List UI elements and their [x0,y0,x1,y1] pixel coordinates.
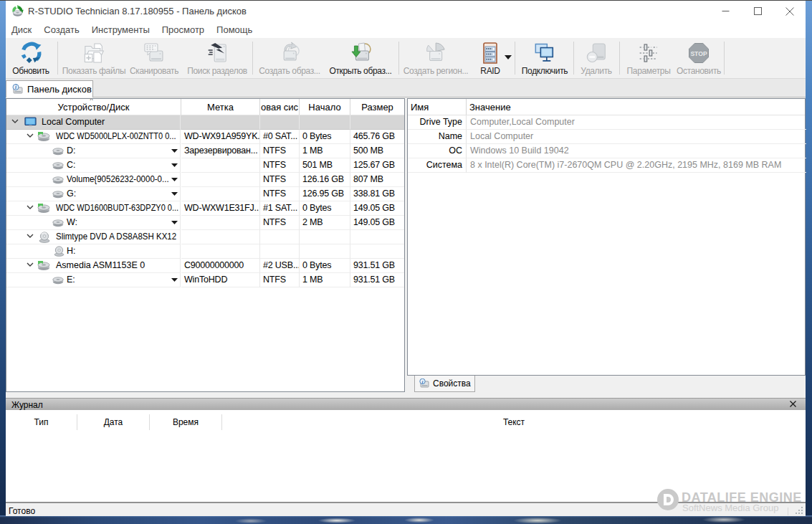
dropdown-arrow-icon[interactable] [171,192,178,196]
property-row[interactable]: Система 8 x Intel(R) Core(TM) i7-2670QM … [408,158,805,173]
column-header-size[interactable]: Размер [350,99,404,115]
maximize-button[interactable] [747,1,768,22]
tab-label: Панель дисков [27,84,92,95]
tab-properties[interactable]: i Свойства [414,376,475,392]
hard-disk-icon [37,203,50,214]
chevron-down-icon[interactable] [11,119,19,123]
stop-icon: STOP [687,42,710,65]
dropdown-arrow-icon[interactable] [171,278,178,282]
chevron-down-icon[interactable] [27,234,34,238]
toolbar-label: Показать файлы [62,66,125,76]
device-table-header: ^ Устройство/Диск Метка овая сис Начало … [6,99,404,115]
column-header-filesystem[interactable]: овая сис [260,99,300,115]
table-row-usb-disk[interactable]: Asmedia ASM1153E 0 C90000000000 #2 USB..… [6,259,404,273]
table-row-partition-c[interactable]: C: NTFS 501 MB 125.67 GB [6,158,404,173]
create-region-icon [424,42,447,65]
table-row-dvd-h[interactable]: H: [6,244,404,259]
partition-icon [52,219,64,227]
tab-drive-panel[interactable]: i Панель дисков [6,80,93,97]
column-header-value[interactable]: Значение [467,99,805,115]
open-image-button[interactable]: Открыть образ... [329,42,391,77]
toolbar-separator [398,42,399,75]
svg-text:STOP: STOP [690,50,707,57]
toolbar-separator [515,42,515,75]
menu-view[interactable]: Просмотр [162,23,204,37]
sort-ascending-icon: ^ [90,99,93,104]
log-close-icon[interactable] [789,400,798,409]
toolbar-separator [573,42,574,75]
partition-icon [52,147,64,156]
create-region-button[interactable]: Создать регион... [403,42,469,77]
dropdown-arrow-icon[interactable] [171,163,178,167]
property-row[interactable]: ОС Windows 10 Build 19042 [408,144,805,158]
raid-icon [479,42,502,65]
menu-create[interactable]: Создать [44,23,79,37]
menu-tools[interactable]: Инструменты [92,23,150,37]
property-row[interactable]: Name Local Computer [408,130,805,144]
create-image-button[interactable]: Создать образ... [259,42,320,77]
log-title: Журнал [11,400,43,410]
raid-button[interactable]: RAID [479,42,502,77]
device-name: WDC WD5000LPLX-00ZNTT0 0... [56,130,176,143]
settings-icon [637,42,660,65]
table-row-partition-volume[interactable]: Volume{90526232-0000-0... NTFS 126.16 GB… [6,173,404,187]
table-row-partition-w[interactable]: W: NTFS 2 MB 149.05 GB [6,216,404,230]
column-header-start[interactable]: Начало [300,99,350,115]
property-row[interactable]: Drive Type Computer,Local Computer [408,115,805,130]
search-partitions-button[interactable]: Поиск разделов [187,42,247,77]
partition-icon [52,276,64,285]
connect-button[interactable]: Подключить [522,42,568,77]
close-button[interactable] [779,1,801,22]
settings-button[interactable]: Параметры [627,42,671,77]
toolbar-label: Открыть образ... [329,66,391,76]
hard-disk-icon [37,260,50,271]
toolbar-separator [724,42,725,75]
toolbar-label: RAID [479,66,502,76]
log-title-bar[interactable]: Журнал [6,398,806,410]
minimize-button[interactable] [715,1,736,22]
toolbar-separator [252,42,253,75]
search-partitions-icon [206,42,229,65]
menu-disk[interactable]: Диск [11,23,32,37]
chevron-down-icon[interactable] [27,133,34,138]
log-column-text[interactable]: Текст [222,414,806,430]
remove-button[interactable]: Удалить [581,42,611,77]
table-row-disk1[interactable]: WDC WD1600BUDT-63DPZY0 0... WD-WXW1E31FJ… [6,201,404,216]
refresh-button[interactable]: Обновить [12,42,49,77]
refresh-icon [19,42,42,65]
chevron-down-icon[interactable] [27,205,34,209]
dropdown-arrow-icon[interactable] [171,178,178,181]
log-column-date[interactable]: Дата [77,414,150,430]
title-bar: R-STUDIO Technician 8.17.180955 - Панель… [6,1,806,22]
column-header-device[interactable]: ^ Устройство/Диск [6,99,181,115]
log-column-time[interactable]: Время [150,414,222,430]
show-files-button[interactable]: Показать файлы [62,42,125,77]
dropdown-arrow-icon[interactable] [171,149,178,153]
dropdown-arrow-icon[interactable] [171,221,178,224]
table-row-disk0[interactable]: WDC WD5000LPLX-00ZNTT0 0... WD-WX91A959Y… [6,130,404,144]
toolbar-label: Поиск разделов [187,66,247,76]
stop-button[interactable]: STOP Остановить [677,42,721,77]
column-header-label[interactable]: Метка [181,99,260,115]
device-name: Asmedia ASM1153E 0 [56,259,145,272]
table-row-partition-e[interactable]: E: WinToHDD NTFS 1 MB 931.51 GB [6,273,404,287]
remove-icon [585,42,608,65]
toolbar-separator [619,42,620,75]
log-column-type[interactable]: Тип [6,414,77,430]
raid-dropdown-arrow[interactable] [505,55,512,59]
menu-help[interactable]: Помощь [216,23,252,37]
partition-name: C: [67,158,76,172]
scan-button[interactable]: Сканировать [130,42,178,77]
drive-panel-icon: i [11,84,24,95]
hard-disk-icon [37,131,50,142]
table-row-local-computer[interactable]: Local Computer [6,115,404,130]
partition-name: H: [67,244,76,258]
datalife-logo-icon [657,489,679,510]
table-row-partition-d[interactable]: D: Зарезервирован... NTFS 1 MB 500 MB [6,144,404,158]
table-row-partition-g[interactable]: G: NTFS 126.95 GB 338.81 GB [6,187,404,201]
toolbar-separator [57,42,58,75]
table-row-dvd-drive[interactable]: Slimtype DVD A DS8A8SH KX12 [6,230,404,244]
column-header-name[interactable]: Имя [408,99,467,115]
device-tree-panel: ^ Устройство/Диск Метка овая сис Начало … [6,98,405,392]
chevron-down-icon[interactable] [27,262,34,267]
